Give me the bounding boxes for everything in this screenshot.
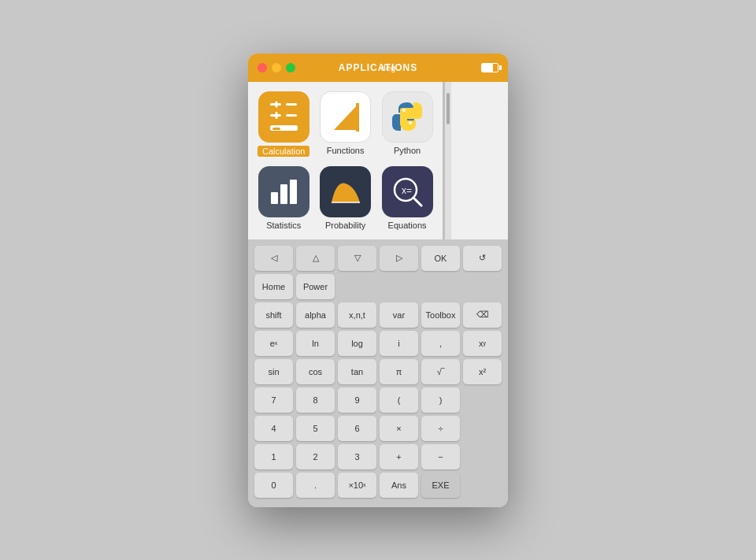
key-sqrt[interactable]: √‾ [421, 359, 460, 384]
nav-row: ◁ △ ▽ ▷ OK ↺ [254, 246, 502, 271]
key-comma[interactable]: , [421, 331, 460, 356]
key-alpha[interactable]: alpha [296, 302, 335, 328]
functions-row: ex ln log i , xy [254, 331, 502, 356]
key-x2[interactable]: x² [463, 359, 502, 384]
svg-rect-5 [286, 114, 297, 117]
key-ok[interactable]: OK [421, 246, 460, 271]
key-exe[interactable]: EXE [421, 473, 460, 498]
app-calculation[interactable]: Calculation [258, 91, 309, 157]
key-ln[interactable]: ln [296, 331, 335, 356]
key-cos[interactable]: cos [296, 359, 335, 384]
scrollbar-thumb [447, 93, 450, 124]
app-equations[interactable]: x= Equations [381, 166, 433, 230]
key-empty-7 [463, 444, 502, 469]
key-empty-8 [463, 473, 502, 498]
svg-line-18 [413, 198, 421, 206]
key-dot[interactable]: . [296, 473, 335, 498]
key-lparen[interactable]: ( [380, 388, 418, 413]
key-down[interactable]: ▽ [338, 246, 376, 271]
key-log[interactable]: log [338, 331, 376, 356]
key-5[interactable]: 5 [296, 416, 335, 441]
svg-rect-9 [356, 103, 359, 132]
key-3[interactable]: 3 [338, 444, 376, 469]
svg-marker-8 [334, 105, 358, 130]
num-row-2: 4 5 6 × ÷ [254, 416, 502, 441]
key-up[interactable]: △ [296, 246, 335, 271]
functions-label: Functions [327, 146, 365, 155]
statistics-icon [258, 166, 309, 217]
key-exp10[interactable]: ×10x [338, 473, 376, 498]
app-statistics[interactable]: Statistics [258, 166, 309, 230]
key-4[interactable]: 4 [254, 416, 293, 441]
trig-row: sin cos tan π √‾ x² [254, 359, 502, 384]
probability-icon [320, 166, 371, 217]
keyboard: ◁ △ ▽ ▷ OK ↺ Home Power shift alpha x,n,… [248, 239, 508, 507]
key-2[interactable]: 2 [296, 444, 335, 469]
key-refresh[interactable]: ↺ [463, 246, 502, 271]
svg-rect-13 [280, 184, 287, 204]
svg-rect-2 [286, 103, 297, 106]
python-label: Python [394, 146, 421, 155]
calculator-window: deg APPLICATIONS [248, 54, 508, 507]
key-xy[interactable]: xy [463, 331, 502, 356]
key-home[interactable]: Home [254, 274, 293, 299]
key-1[interactable]: 1 [254, 444, 293, 469]
key-0[interactable]: 0 [254, 473, 293, 498]
equations-icon: x= [382, 166, 433, 217]
app-probability[interactable]: Probability [319, 166, 371, 230]
key-sin[interactable]: sin [254, 359, 293, 384]
close-button[interactable] [258, 63, 267, 72]
key-tan[interactable]: tan [338, 359, 376, 384]
key-7[interactable]: 7 [254, 388, 293, 413]
key-backspace[interactable]: ⌫ [463, 302, 502, 328]
statistics-label: Statistics [266, 221, 301, 230]
app-functions[interactable]: Functions [319, 91, 371, 157]
svg-rect-1 [276, 102, 278, 108]
key-empty-3 [421, 274, 460, 299]
key-9[interactable]: 9 [338, 388, 376, 413]
key-plus[interactable]: + [380, 444, 418, 469]
key-i[interactable]: i [380, 331, 418, 356]
key-power[interactable]: Power [296, 274, 335, 299]
key-exp[interactable]: ex [254, 331, 293, 356]
home-power-row: Home Power [254, 274, 502, 299]
apps-section: Calculation Functions [248, 82, 508, 239]
key-pi[interactable]: π [380, 359, 418, 384]
key-left[interactable]: ◁ [254, 246, 293, 271]
battery-icon [481, 63, 498, 72]
key-ans[interactable]: Ans [380, 473, 418, 498]
key-minus[interactable]: − [421, 444, 460, 469]
scrollbar[interactable] [445, 82, 451, 239]
key-rparen[interactable]: ) [421, 388, 460, 413]
app-python[interactable]: Python [381, 91, 433, 157]
title-bar: deg APPLICATIONS [248, 54, 508, 82]
key-empty-1 [338, 274, 376, 299]
key-empty-4 [463, 274, 502, 299]
key-multiply[interactable]: × [380, 416, 418, 441]
key-toolbox[interactable]: Toolbox [421, 302, 460, 328]
key-empty-2 [380, 274, 418, 299]
minimize-button[interactable] [272, 63, 281, 72]
svg-text:x=: x= [402, 185, 412, 196]
key-empty-5 [463, 388, 502, 413]
key-empty-6 [463, 416, 502, 441]
svg-rect-4 [276, 112, 278, 119]
svg-point-10 [402, 109, 406, 112]
key-6[interactable]: 6 [338, 416, 376, 441]
equations-label: Equations [388, 221, 427, 230]
svg-point-11 [409, 121, 412, 124]
calculation-label: Calculation [258, 146, 309, 157]
key-shift[interactable]: shift [254, 302, 293, 328]
key-8[interactable]: 8 [296, 388, 335, 413]
key-right[interactable]: ▷ [380, 246, 418, 271]
maximize-button[interactable] [286, 63, 295, 72]
window-title: APPLICATIONS [339, 62, 417, 73]
python-icon [382, 91, 433, 143]
svg-rect-12 [271, 192, 278, 204]
key-divide[interactable]: ÷ [421, 416, 460, 441]
key-var[interactable]: var [380, 302, 418, 328]
key-xnt[interactable]: x,n,t [338, 302, 376, 328]
modifier-row: shift alpha x,n,t var Toolbox ⌫ [254, 302, 502, 328]
apps-grid: Calculation Functions [248, 82, 445, 239]
num-row-1: 7 8 9 ( ) [254, 388, 502, 413]
